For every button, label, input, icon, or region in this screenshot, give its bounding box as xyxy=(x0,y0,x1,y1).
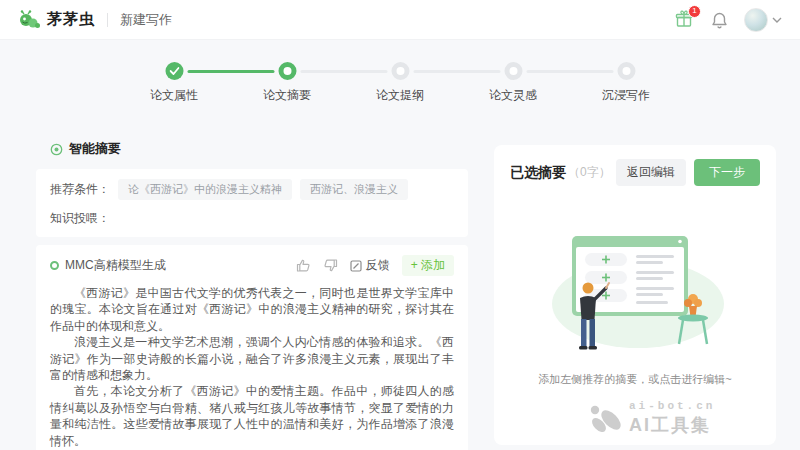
next-step-button[interactable]: 下一步 xyxy=(694,159,760,186)
thumbs-down-icon xyxy=(323,258,338,273)
top-header: 茅茅虫 新建写作 1 xyxy=(0,0,800,40)
ai-bot-logo-icon xyxy=(588,402,622,436)
condition-tag: 论《西游记》中的浪漫主义精神 xyxy=(118,179,292,200)
summary-card: MMC高精模型生成 xyxy=(36,245,468,450)
watermark: ai-bot.cn AI工具集 xyxy=(588,400,715,437)
step-label: 论文属性 xyxy=(150,87,198,104)
stepper: 论文属性论文摘要论文提纲论文灵感沉浸写作 xyxy=(118,62,683,104)
empty-state-illustration xyxy=(510,228,760,358)
avatar xyxy=(744,8,768,32)
step-label: 论文提纲 xyxy=(376,87,424,104)
bell-icon[interactable] xyxy=(711,11,728,29)
stepper-step-2[interactable]: 论文摘要 xyxy=(231,62,344,104)
user-menu[interactable] xyxy=(744,8,782,32)
summary-paragraph: 浪漫主义是一种文学艺术思潮，强调个人内心情感的体验和追求。《西游记》作为一部史诗… xyxy=(50,334,454,383)
model-status-dot xyxy=(50,261,59,270)
stepper-step-5[interactable]: 沉浸写作 xyxy=(570,62,683,104)
thumbs-down-button[interactable] xyxy=(323,258,338,273)
knowledge-label: 知识投喂： xyxy=(50,210,110,227)
header-divider xyxy=(107,13,108,27)
thumbs-up-button[interactable] xyxy=(296,258,311,273)
brand-logo-group: 茅茅虫 xyxy=(18,10,95,30)
summary-paragraph: 首先，本论文分析了《西游记》中的爱情主题。作品中，师徒四人的感情纠葛以及孙悟空与… xyxy=(50,383,454,449)
gift-badge: 1 xyxy=(688,5,701,18)
feedback-label: 反馈 xyxy=(366,257,390,274)
step-label: 论文灵感 xyxy=(489,87,537,104)
model-badge: MMC高精模型生成 xyxy=(65,257,166,274)
feedback-button[interactable]: 反馈 xyxy=(350,257,390,274)
empty-hint: 添加左侧推荐的摘要，或点击进行编辑~ xyxy=(510,372,760,387)
watermark-line1: ai-bot.cn xyxy=(629,400,715,412)
stepper-step-3[interactable]: 论文提纲 xyxy=(344,62,457,104)
step-check-icon xyxy=(165,62,183,80)
summary-paragraph: 《西游记》是中国古代文学的优秀代表之一，同时也是世界文学宝库中的瑰宝。本论文旨在… xyxy=(50,285,454,334)
add-button[interactable]: + 添加 xyxy=(402,255,454,276)
word-count: （0字） xyxy=(568,164,611,181)
panel-title: 智能摘要 xyxy=(69,140,121,158)
smart-summary-panel: 智能摘要 推荐条件： 论《西游记》中的浪漫主义精神西游记、浪漫主义 知识投喂： … xyxy=(36,140,468,450)
thumbs-up-icon xyxy=(296,258,311,273)
step-circle-icon xyxy=(504,62,522,80)
conditions-card: 推荐条件： 论《西游记》中的浪漫主义精神西游记、浪漫主义 知识投喂： xyxy=(36,169,468,237)
step-circle-icon xyxy=(278,62,296,80)
gift-button[interactable]: 1 xyxy=(675,10,695,30)
summary-paragraphs: 《西游记》是中国古代文学的优秀代表之一，同时也是世界文学宝库中的瑰宝。本论文旨在… xyxy=(50,285,454,450)
step-label: 沉浸写作 xyxy=(602,87,650,104)
brand-name: 茅茅虫 xyxy=(47,10,95,29)
feedback-edit-icon xyxy=(350,260,362,272)
condition-tag: 西游记、浪漫主义 xyxy=(300,179,408,200)
stepper-step-1[interactable]: 论文属性 xyxy=(118,62,231,104)
selected-summary-title: 已选摘要 xyxy=(510,164,566,182)
step-circle-icon xyxy=(617,62,635,80)
recommend-tags: 论《西游记》中的浪漫主义精神西游记、浪漫主义 xyxy=(118,179,408,200)
app-screen: 茅茅虫 新建写作 1 xyxy=(0,0,800,450)
stepper-step-4[interactable]: 论文灵感 xyxy=(457,62,570,104)
page-title: 新建写作 xyxy=(120,11,172,29)
recommend-label: 推荐条件： xyxy=(50,181,110,198)
bug-logo-icon xyxy=(18,10,40,30)
step-label: 论文摘要 xyxy=(263,87,311,104)
watermark-line2: AI工具集 xyxy=(629,413,715,437)
back-edit-button[interactable]: 返回编辑 xyxy=(616,159,686,186)
step-circle-icon xyxy=(391,62,409,80)
chevron-down-icon xyxy=(772,17,782,23)
smart-summary-icon xyxy=(50,143,63,156)
